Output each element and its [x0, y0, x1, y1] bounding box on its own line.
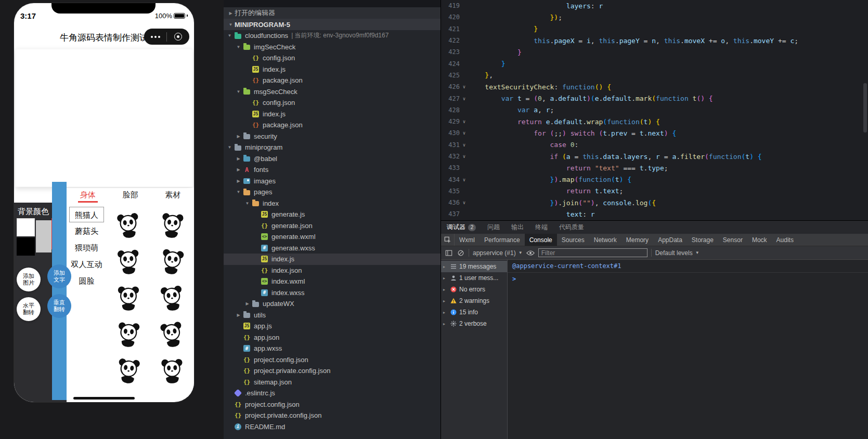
color-swatch-2[interactable]	[17, 237, 35, 256]
panda-sticker[interactable]	[154, 208, 189, 243]
minimize-target-icon[interactable]	[167, 33, 189, 41]
panda-sticker[interactable]	[111, 245, 145, 279]
chevron-down-icon[interactable]: ▼	[243, 201, 251, 206]
chevron-right-icon[interactable]: ▶	[235, 167, 242, 172]
panda-sticker[interactable]	[154, 281, 190, 316]
log-level-selector[interactable]: Default levels ▼	[655, 249, 699, 257]
action-button-添加图片[interactable]: 添加图片	[17, 268, 41, 291]
tree-item-index.wxss[interactable]: #index.wxss	[224, 287, 441, 299]
tree-item-pages[interactable]: ▼pages	[224, 187, 441, 198]
chevron-down-icon[interactable]: ▼	[235, 89, 242, 94]
drawer-handle-bar[interactable]	[52, 182, 67, 400]
chevron-right-icon[interactable]: ▶	[235, 313, 242, 317]
category-熊猫人[interactable]: 熊猫人	[69, 207, 104, 222]
open-editors-header[interactable]: ▶ 打开的编辑器	[224, 7, 441, 19]
devtools-panel-tab-storage[interactable]: Storage	[687, 234, 718, 246]
tree-item-config.json[interactable]: {}config.json	[224, 52, 441, 64]
debugger-tab-终端[interactable]: 终端	[529, 221, 553, 234]
chevron-down-icon[interactable]: ▼	[235, 190, 242, 194]
tree-item-images[interactable]: ▶images	[224, 176, 441, 187]
console-filter-input[interactable]	[538, 248, 647, 257]
devtools-panel-tab-sensor[interactable]: Sensor	[718, 234, 747, 246]
tree-item-app.wxss[interactable]: #app.wxss	[224, 343, 441, 354]
panda-sticker[interactable]	[156, 355, 189, 388]
tree-item-README.md[interactable]: iREADME.md	[224, 421, 441, 433]
tab-素材[interactable]: 素材	[151, 188, 194, 203]
tree-item-miniprogram[interactable]: ▼miniprogram	[224, 142, 441, 153]
tree-item-fonts[interactable]: ▶Afonts	[224, 164, 441, 176]
tree-item-msgSecCheck[interactable]: ▼msgSecCheck	[224, 86, 441, 98]
console-filter-verbose[interactable]: ▸2 verbose	[441, 318, 507, 329]
tree-item-imgSecCheck[interactable]: ▼imgSecCheck	[224, 42, 441, 53]
panda-sticker[interactable]	[154, 244, 190, 281]
devtools-panel-tab-mock[interactable]: Mock	[747, 234, 772, 246]
tree-item-@babel[interactable]: ▶@babel	[224, 153, 441, 165]
tree-item-app.json[interactable]: {}app.json	[224, 332, 441, 343]
fold-chevron-icon[interactable]: ∨	[460, 96, 469, 101]
debugger-tab-输出[interactable]: 输出	[506, 221, 529, 234]
fold-chevron-icon[interactable]: ∨	[460, 119, 469, 124]
console-filter-warning[interactable]: ▸2 warnings	[441, 295, 507, 307]
category-蘑菇头[interactable]: 蘑菇头	[69, 223, 104, 239]
execution-context-selector[interactable]: appservice (#1) ▼	[473, 249, 523, 257]
panda-sticker[interactable]	[112, 283, 145, 315]
category-双人互动[interactable]: 双人互动	[69, 257, 104, 272]
tree-item-security[interactable]: ▶security	[224, 131, 441, 142]
tree-item-generate.json[interactable]: {}generate.json	[224, 220, 441, 232]
tab-身体[interactable]: 身体	[67, 188, 109, 203]
code-editor[interactable]: 419 layers: r420 });421 }422 this.pageX …	[441, 0, 868, 220]
debugger-tab-问题[interactable]: 问题	[482, 221, 506, 234]
devtools-panel-tab-console[interactable]: Console	[525, 234, 557, 246]
devtools-panel-tab-sources[interactable]: Sources	[557, 234, 589, 246]
debugger-tab-调试器[interactable]: 调试器2	[441, 221, 482, 234]
tree-item-cloudfunctions[interactable]: ▼cloudfunctions| 当前环境: env-3gnovo9mf0f9d…	[224, 30, 441, 42]
tree-item-package.json[interactable]: {}package.json	[224, 75, 441, 86]
panda-sticker[interactable]	[111, 318, 146, 352]
tree-item-generate.wxml[interactable]: <>generate.wxml	[224, 231, 441, 243]
inspect-element-icon[interactable]	[441, 234, 455, 246]
fold-chevron-icon[interactable]: ∨	[460, 84, 469, 89]
eye-icon[interactable]	[526, 249, 535, 257]
tree-item-index[interactable]: ▼index	[224, 198, 441, 209]
console-filter-list[interactable]: ▸19 messages	[441, 261, 507, 272]
tree-item-utils[interactable]: ▶utils	[224, 310, 441, 321]
tree-item-app.js[interactable]: JSapp.js	[224, 321, 441, 332]
category-猥琐萌[interactable]: 猥琐萌	[69, 240, 104, 256]
panda-sticker[interactable]	[111, 354, 146, 389]
chevron-right-icon[interactable]: ▶	[235, 156, 242, 161]
color-swatch-1[interactable]	[36, 220, 51, 252]
color-swatch-0[interactable]	[17, 218, 35, 236]
category-圆脸[interactable]: 圆脸	[69, 273, 104, 289]
fold-chevron-icon[interactable]: ∨	[460, 200, 469, 205]
tree-item-index.wxml[interactable]: <>index.wxml	[224, 276, 441, 287]
console-filter-user[interactable]: ▸1 user mess...	[441, 272, 507, 284]
tree-item-generate.wxss[interactable]: #generate.wxss	[224, 243, 441, 254]
panda-sticker[interactable]	[154, 317, 191, 354]
tree-item-config.json[interactable]: {}config.json	[224, 97, 441, 109]
action-button-垂直翻转[interactable]: 垂直翻转	[47, 294, 71, 318]
console-filter-error[interactable]: ▸No errors	[441, 284, 507, 295]
fold-chevron-icon[interactable]: ∨	[460, 177, 469, 182]
action-button-水平翻转[interactable]: 水平翻转	[17, 297, 41, 321]
devtools-panel-tab-network[interactable]: Network	[589, 234, 621, 246]
chevron-right-icon[interactable]: ▶	[235, 134, 242, 139]
fold-chevron-icon[interactable]: ∨	[460, 130, 469, 136]
tree-item-index.js[interactable]: JSindex.js	[224, 64, 441, 75]
fold-chevron-icon[interactable]: ∨	[460, 154, 469, 159]
chevron-right-icon[interactable]: ▶	[243, 301, 251, 306]
chevron-right-icon[interactable]: ▶	[235, 179, 242, 183]
console-context-line[interactable]: @appservice-current-context#1	[508, 260, 868, 273]
action-button-添加文字[interactable]: 添加文字	[47, 264, 71, 288]
devtools-panel-tab-wxml[interactable]: Wxml	[455, 234, 480, 246]
tree-item-project.private.config.json[interactable]: {}project.private.config.json	[224, 365, 441, 377]
devtools-panel-tab-performance[interactable]: Performance	[480, 234, 525, 246]
tree-item-index.json[interactable]: {}index.json	[224, 265, 441, 276]
devtools-panel-tab-appdata[interactable]: AppData	[653, 234, 687, 246]
debugger-tab-代码质量[interactable]: 代码质量	[553, 221, 590, 234]
tree-item-.eslintrc.js[interactable]: .eslintrc.js	[224, 388, 441, 399]
fold-chevron-icon[interactable]: ∨	[460, 142, 469, 148]
toggle-sidebar-icon[interactable]	[445, 249, 453, 257]
chevron-down-icon[interactable]: ▼	[226, 33, 234, 38]
console-output[interactable]: @appservice-current-context#1 >	[508, 260, 868, 439]
devtools-panel-tab-memory[interactable]: Memory	[621, 234, 653, 246]
